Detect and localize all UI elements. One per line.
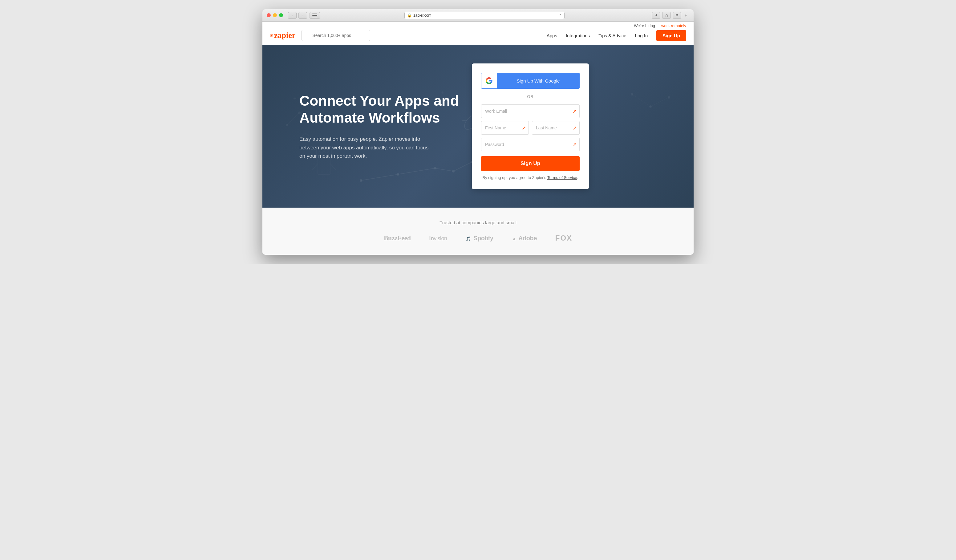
address-bar[interactable]: 🔒 zapier.com ↺ <box>404 12 564 19</box>
logo-star: ✳ <box>270 33 274 38</box>
name-row: ↗ ↗ <box>481 121 580 135</box>
email-arrow-icon: ↗ <box>572 109 577 114</box>
zapier-logo[interactable]: ✳ zapier <box>270 31 296 40</box>
svg-line-37 <box>632 94 651 107</box>
back-button[interactable]: ‹ <box>288 12 297 19</box>
hiring-banner: We're hiring — work remotely <box>263 22 693 30</box>
share-button[interactable]: ⎙ <box>662 12 671 19</box>
google-signup-label: Sign Up With Google <box>497 78 580 83</box>
svg-point-5 <box>434 167 436 170</box>
nav-integrations[interactable]: Integrations <box>566 33 590 38</box>
email-wrapper: ↗ <box>481 104 580 118</box>
svg-line-20 <box>312 164 318 170</box>
password-wrapper: ↗ <box>481 138 580 151</box>
fox-logo: FOX <box>555 234 572 242</box>
or-divider: OR <box>481 94 580 99</box>
first-name-wrapper: ↗ <box>481 121 529 135</box>
google-g-icon <box>486 77 492 84</box>
invision-logo: invision <box>429 235 447 242</box>
last-name-wrapper: ↗ <box>532 121 580 135</box>
last-name-arrow-icon: ↗ <box>572 125 577 131</box>
hero-text: Connect Your Apps and Automate Workflows… <box>299 93 472 160</box>
google-icon-box <box>481 73 497 88</box>
svg-rect-2 <box>312 17 317 17</box>
browser-window: ‹ › 🔒 zapier.com ↺ ⬇ ⎙ ⧉ + We're hiring … <box>263 9 693 255</box>
buzzfeed-logo: BuzzFeed <box>384 234 411 242</box>
google-signup-button[interactable]: Sign Up With Google <box>481 73 580 89</box>
toolbar-right: ⬇ ⎙ ⧉ <box>652 12 681 19</box>
url-text: zapier.com <box>414 13 431 17</box>
hero-title: Connect Your Apps and Automate Workflows <box>299 93 472 126</box>
logo-text: zapier <box>274 31 296 40</box>
svg-line-38 <box>651 98 669 107</box>
svg-text:+: + <box>293 96 297 102</box>
hiring-link[interactable]: work remotely <box>661 24 686 28</box>
svg-point-36 <box>668 96 670 99</box>
site-header: ✳ zapier 🔍 Apps Integrations Tips & Advi… <box>263 30 693 45</box>
nav-tips-advice[interactable]: Tips & Advice <box>598 33 626 38</box>
hero-description: Easy automation for busy people. Zapier … <box>299 135 435 160</box>
spotify-logo: 🎵 Spotify <box>466 235 494 242</box>
svg-point-29 <box>286 124 288 126</box>
trusted-section: Trusted at companies large and small Buz… <box>263 208 693 255</box>
hiring-text: We're hiring — <box>634 24 660 28</box>
password-arrow-icon: ↗ <box>572 142 577 148</box>
nav-apps[interactable]: Apps <box>547 33 557 38</box>
download-button[interactable]: ⬇ <box>652 12 660 19</box>
work-email-input[interactable] <box>481 104 580 118</box>
svg-point-4 <box>397 173 399 176</box>
titlebar: ‹ › 🔒 zapier.com ↺ ⬇ ⎙ ⧉ + <box>263 9 693 22</box>
first-name-arrow-icon: ↗ <box>522 125 526 131</box>
trusted-label: Trusted at companies large and small <box>281 220 675 225</box>
nav-buttons: ‹ › <box>288 12 307 19</box>
terms-link[interactable]: Terms of Service <box>547 175 577 180</box>
svg-rect-1 <box>312 15 317 16</box>
nav-signup-button[interactable]: Sign Up <box>656 30 686 41</box>
nav-login[interactable]: Log In <box>635 33 648 38</box>
email-field-group: ↗ <box>481 104 580 118</box>
password-field-group: ↗ <box>481 138 580 151</box>
svg-rect-0 <box>312 14 317 14</box>
tab-overview-button[interactable]: ⧉ <box>673 12 681 19</box>
site-content: We're hiring — work remotely ✳ zapier 🔍 … <box>263 22 693 255</box>
adobe-logo: ▲ Adobe <box>511 235 536 242</box>
svg-rect-14 <box>318 159 330 175</box>
terms-prefix: By signing up, you agree to Zapier's <box>483 175 546 180</box>
new-tab-button[interactable]: + <box>682 12 689 19</box>
close-button[interactable] <box>267 13 271 17</box>
hero-section: + + + Connect Your Apps and Autom <box>263 45 693 208</box>
svg-point-3 <box>360 179 362 182</box>
signup-submit-button[interactable]: Sign Up <box>481 156 580 171</box>
svg-point-6 <box>452 170 454 173</box>
forward-button[interactable]: › <box>299 12 307 19</box>
terms-suffix: . <box>577 175 579 180</box>
svg-point-35 <box>649 105 652 108</box>
minimize-button[interactable] <box>273 13 277 17</box>
main-nav: Apps Integrations Tips & Advice Log In S… <box>547 30 686 41</box>
search-wrapper: 🔍 <box>302 30 400 41</box>
terms-text: By signing up, you agree to Zapier's Ter… <box>481 175 580 180</box>
lock-icon: 🔒 <box>407 13 412 17</box>
search-input[interactable] <box>302 30 370 41</box>
password-input[interactable] <box>481 138 580 151</box>
svg-point-34 <box>631 93 633 96</box>
svg-line-32 <box>287 113 299 125</box>
maximize-button[interactable] <box>279 13 283 17</box>
svg-line-21 <box>330 164 336 170</box>
window-controls <box>267 13 283 17</box>
signup-card: Sign Up With Google OR ↗ ↗ <box>472 63 589 189</box>
reload-icon[interactable]: ↺ <box>558 13 562 17</box>
trusted-logos: BuzzFeed invision 🎵 Spotify ▲ Adobe FOX <box>281 234 675 242</box>
sidebar-button[interactable] <box>310 12 320 19</box>
